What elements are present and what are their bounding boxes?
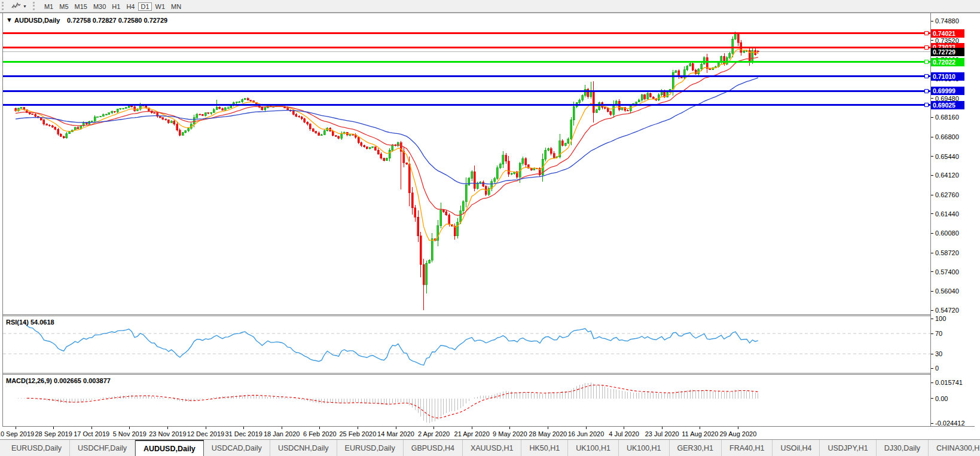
timeframe-button-M30[interactable]: M30: [91, 2, 108, 11]
chart-tab-UK100,H1[interactable]: UK100,H1: [568, 440, 619, 456]
chart-tab-GBPUSD,H4[interactable]: GBPUSD,H4: [404, 440, 463, 456]
macd-axis-tick: -0.024412: [935, 420, 965, 427]
chart-tab-USDCAD,Daily[interactable]: USDCAD,Daily: [204, 440, 270, 456]
chart-line-tool-icon[interactable]: ▼: [9, 1, 29, 11]
chart-tabs: EURUSD,DailyUSDCHF,DailyAUDUSD,DailyUSDC…: [0, 440, 980, 456]
timeframe-toolbar: ▼ M1M5M15M30H1H4D1W1MN: [0, 0, 980, 13]
chart-tab-USDCHF,Daily[interactable]: USDCHF,Daily: [70, 440, 135, 456]
price-tick: 0.57400: [935, 268, 959, 276]
chart-tab-bar: EURUSD,DailyUSDCHF,DailyAUDUSD,DailyUSDC…: [0, 439, 980, 456]
toolbar-grip-handle[interactable]: [2, 2, 7, 10]
rsi-axis-tick: 0: [935, 365, 939, 372]
chart-tab-EURUSD,Daily[interactable]: EURUSD,Daily: [337, 440, 404, 456]
macd-axis-tick: 0.00: [935, 395, 948, 402]
macd-axis-tick: 0.015741: [935, 379, 963, 386]
chart-canvas[interactable]: 10070300 0.0157410.00-0.024412 0.748800.…: [0, 0, 980, 456]
price-tick: 0.68160: [935, 114, 959, 121]
date-tick: 6 Feb 2020: [303, 430, 337, 437]
chevron-down-icon[interactable]: ▼: [23, 4, 27, 8]
price-tick: 0.60080: [935, 229, 959, 237]
timeframe-button-H4[interactable]: H4: [124, 2, 137, 11]
timeframe-buttons: M1M5M15M30H1H4D1W1MN: [41, 1, 184, 12]
price-level-label-0.69999-text: 0.69999: [933, 87, 955, 94]
date-tick: 4 Jul 2020: [609, 430, 639, 437]
timeframe-button-W1[interactable]: W1: [153, 2, 168, 11]
price-tick: 0.61440: [935, 210, 959, 218]
chart-tab-FRA40,H1[interactable]: FRA40,H1: [722, 440, 773, 456]
chart-line-tool-glyph: [11, 2, 21, 10]
price-tick: 0.74880: [935, 17, 959, 25]
collapse-caret-icon[interactable]: ▼: [6, 16, 13, 23]
chart-symbol-title: AUDUSD,Daily: [14, 17, 60, 24]
date-tick: 25 Feb 2020: [340, 430, 377, 437]
timeframe-button-M5[interactable]: M5: [57, 2, 71, 11]
toolbar-separator: [33, 2, 38, 10]
chart-tab-USDJPY,H1[interactable]: USDJPY,H1: [820, 440, 876, 456]
price-tick: 0.56040: [935, 287, 959, 295]
price-tick: 0.62760: [935, 191, 959, 198]
price-tick: 0.65440: [935, 153, 959, 160]
current-price-label-text: 0.72729: [933, 48, 955, 56]
macd-indicator-label: MACD(12,26,9) 0.002665 0.003877: [6, 377, 111, 384]
timeframe-button-M1[interactable]: M1: [42, 2, 56, 11]
chart-tab-USOil,H4[interactable]: USOil,H4: [773, 440, 820, 456]
rsi-axis-tick: 70: [935, 330, 942, 337]
date-tick: 5 Nov 2019: [113, 430, 146, 437]
price-level-label-0.74021-text: 0.74021: [933, 30, 955, 37]
chart-ohlc-values: 0.72758 0.72827 0.72580 0.72729: [67, 17, 167, 24]
chart-tab-HK50,H1[interactable]: HK50,H1: [521, 440, 568, 456]
price-tick: 0.73520: [935, 37, 959, 44]
trading-terminal: ▼ M1M5M15M30H1H4D1W1MN 10070300 0.015741…: [0, 0, 980, 456]
chart-tab-DJ30,Daily[interactable]: DJ30,Daily: [877, 440, 929, 456]
date-tick: 2 Apr 2020: [418, 430, 450, 437]
date-tick: 28 May 2020: [529, 430, 567, 437]
price-tick: 0.64120: [935, 172, 959, 179]
price-tick: 0.54720: [935, 307, 959, 314]
price-level-label-0.71010-text: 0.71010: [933, 73, 955, 80]
date-tick: 14 Mar 2020: [377, 430, 414, 437]
chart-tab-CHINA300,H1[interactable]: CHINA300,H1: [929, 440, 980, 456]
timeframe-button-MN[interactable]: MN: [169, 2, 184, 11]
price-level-label-0.69025-text: 0.69025: [933, 102, 955, 109]
date-tick: 18 Jan 2020: [264, 430, 300, 437]
chart-tab-USDCNH,Daily[interactable]: USDCNH,Daily: [270, 440, 337, 456]
price-tick: 0.66800: [935, 133, 959, 140]
date-tick: 31 Dec 2019: [225, 430, 262, 437]
chart-tab-AUDUSD,Daily-active[interactable]: AUDUSD,Daily: [135, 440, 204, 456]
rsi-axis-tick: 100: [935, 315, 946, 322]
timeframe-button-M15[interactable]: M15: [72, 2, 90, 11]
date-tick: 23 Nov 2019: [149, 430, 186, 437]
price-tick: 0.58720: [935, 249, 959, 256]
date-tick: 28 Sep 2019: [35, 430, 72, 437]
timeframe-button-H1[interactable]: H1: [109, 2, 123, 11]
date-tick: 12 Dec 2019: [187, 430, 224, 437]
chart-tab-EURUSD,Daily[interactable]: EURUSD,Daily: [4, 440, 70, 456]
date-tick: 21 Apr 2020: [454, 430, 490, 437]
rsi-axis-tick: 30: [935, 350, 942, 357]
price-level-label-0.72022-text: 0.72022: [933, 59, 955, 66]
date-tick: 16 Jun 2020: [568, 430, 605, 437]
chart-tab-UK100,H1[interactable]: UK100,H1: [619, 440, 670, 456]
date-tick: 17 Oct 2019: [74, 430, 109, 437]
rsi-indicator-label: RSI(14) 54.0618: [6, 319, 54, 326]
date-tick: 10 Sep 2019: [0, 430, 34, 437]
date-tick: 29 Aug 2020: [720, 430, 757, 437]
chart-tab-XAUUSD,H1[interactable]: XAUUSD,H1: [463, 440, 522, 456]
timeframe-button-D1[interactable]: D1: [138, 2, 151, 11]
date-tick: 11 Aug 2020: [682, 430, 718, 437]
chart-tab-GER30,H1[interactable]: GER30,H1: [670, 440, 722, 456]
date-tick: 23 Jul 2020: [645, 430, 679, 437]
date-tick: 9 May 2020: [493, 430, 527, 437]
